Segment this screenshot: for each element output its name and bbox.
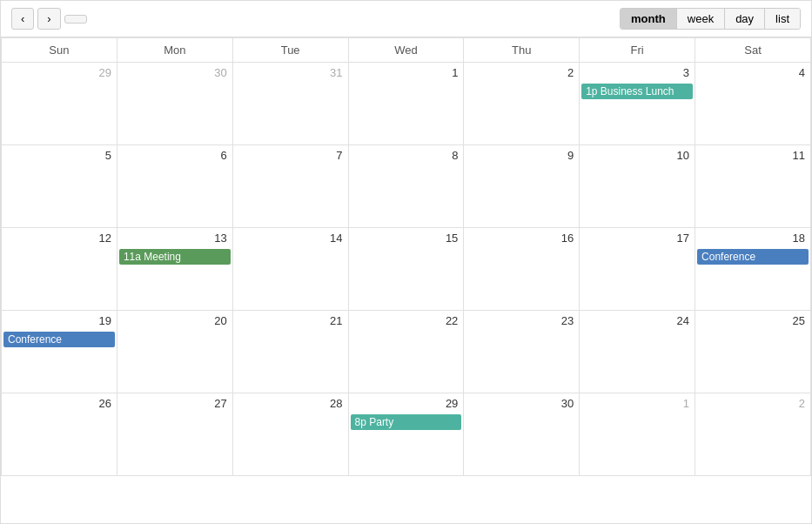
day-number: 12 [3,230,115,248]
view-day-button[interactable]: day [725,9,765,29]
calendar-cell[interactable]: 9 [464,145,580,228]
calendar-cell[interactable]: 30 [117,63,232,145]
calendar-cell[interactable]: 19Conference [2,311,117,393]
day-number: 19 [3,312,115,331]
day-number: 9 [466,147,577,165]
calendar-container: ‹ › month week day list SunMonTueWedThuF… [0,0,812,524]
day-number: 13 [119,230,231,248]
calendar-cell[interactable]: 1311a Meeting [117,228,232,311]
weekday-header-thu: Thu [464,38,580,63]
day-number: 25 [697,312,809,331]
calendar-cell[interactable]: 2 [464,63,580,145]
calendar-cell[interactable]: 26 [2,393,117,476]
day-number: 17 [581,230,693,248]
day-number: 1 [351,64,462,83]
view-week-button[interactable]: week [677,9,725,29]
calendar-cell[interactable]: 11 [695,145,811,228]
calendar-event[interactable]: 8p Party [351,414,462,430]
calendar-event[interactable]: 11a Meeting [119,249,231,265]
calendar-cell[interactable]: 1 [348,63,464,145]
day-number: 16 [466,230,577,248]
day-number: 10 [581,147,693,165]
calendar-cell[interactable]: 298p Party [348,393,464,476]
day-number: 21 [235,312,346,331]
view-list-button[interactable]: list [765,9,800,29]
weekday-header-tue: Tue [232,38,348,63]
day-number: 31 [235,64,346,83]
day-number: 26 [3,395,115,413]
calendar-cell[interactable]: 31p Business Lunch [580,63,695,145]
calendar-cell[interactable]: 2 [695,393,811,476]
calendar-cell[interactable]: 18Conference [695,228,811,311]
calendar-cell[interactable]: 10 [580,145,695,228]
calendar-cell[interactable]: 24 [580,311,695,393]
calendar-cell[interactable]: 17 [580,228,695,311]
calendar-event[interactable]: Conference [697,249,809,265]
calendar-cell[interactable]: 16 [464,228,580,311]
calendar-cell[interactable]: 8 [348,145,464,228]
day-number: 7 [235,147,346,165]
day-number: 15 [351,230,462,248]
day-number: 22 [351,312,462,331]
calendar-cell[interactable]: 12 [2,228,117,311]
calendar-grid: SunMonTueWedThuFriSat 2930311231p Busine… [1,37,811,476]
day-number: 24 [581,312,693,331]
day-number: 28 [235,395,346,413]
calendar-header: ‹ › month week day list [1,1,811,37]
calendar-cell[interactable]: 15 [348,228,464,311]
day-number: 2 [466,64,577,83]
calendar-cell[interactable]: 1 [580,393,695,476]
day-number: 30 [119,64,231,83]
weekday-header-sat: Sat [695,38,811,63]
day-number: 3 [581,64,693,83]
calendar-cell[interactable]: 31 [232,63,348,145]
calendar-cell[interactable]: 6 [117,145,232,228]
calendar-event[interactable]: Conference [3,332,115,347]
day-number: 29 [351,395,462,413]
day-number: 14 [235,230,346,248]
weekday-header-fri: Fri [580,38,695,63]
day-number: 11 [697,147,809,165]
calendar-cell[interactable]: 29 [2,63,117,145]
day-number: 29 [3,64,115,83]
calendar-cell[interactable]: 7 [232,145,348,228]
calendar-cell[interactable]: 25 [695,311,811,393]
prev-button[interactable]: ‹ [11,8,34,30]
calendar-cell[interactable]: 14 [232,228,348,311]
view-month-button[interactable]: month [621,9,677,29]
weekday-header-wed: Wed [348,38,464,63]
calendar-cell[interactable]: 22 [348,311,464,393]
nav-group: ‹ › [11,8,87,30]
calendar-cell[interactable]: 27 [117,393,232,476]
calendar-cell[interactable]: 20 [117,311,232,393]
day-number: 20 [119,312,231,331]
day-number: 27 [119,395,231,413]
day-number: 4 [697,64,809,83]
calendar-cell[interactable]: 5 [2,145,117,228]
day-number: 5 [3,147,115,165]
calendar-cell[interactable]: 21 [232,311,348,393]
day-number: 8 [351,147,462,165]
weekday-header-sun: Sun [2,38,117,63]
view-group: month week day list [620,8,801,30]
day-number: 23 [466,312,577,331]
calendar-event[interactable]: 1p Business Lunch [581,84,693,99]
next-button[interactable]: › [37,8,60,30]
calendar-cell[interactable]: 30 [464,393,580,476]
calendar-cell[interactable]: 28 [232,393,348,476]
calendar-cell[interactable]: 4 [695,63,811,145]
weekday-header-mon: Mon [117,38,232,63]
day-number: 1 [581,395,693,413]
calendar-cell[interactable]: 23 [464,311,580,393]
day-number: 18 [697,230,809,248]
day-number: 30 [466,395,577,413]
today-button[interactable] [64,15,87,24]
day-number: 2 [697,395,809,413]
day-number: 6 [119,147,231,165]
